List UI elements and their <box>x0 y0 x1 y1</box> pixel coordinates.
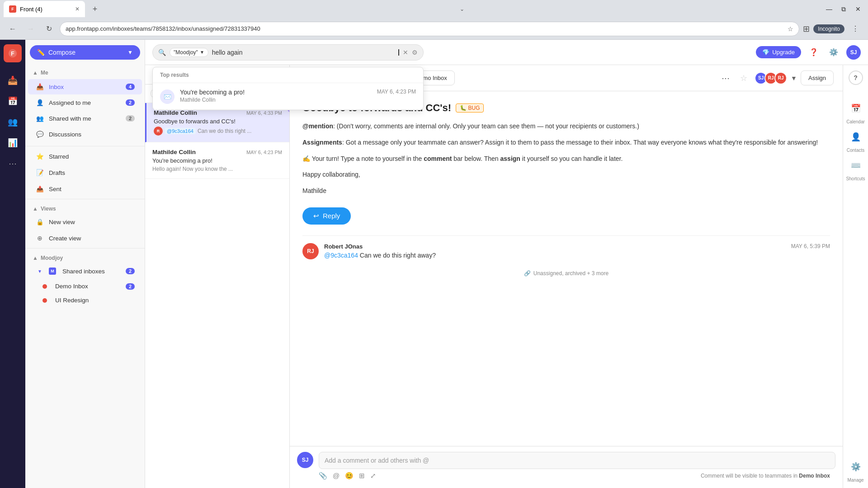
help-button[interactable]: ❓ <box>807 45 821 60</box>
sidebar-item-shared-inboxes[interactable]: ▼ M Shared inboxes 2 <box>28 263 142 279</box>
compose-button[interactable]: ✏️ Compose ▼ <box>30 45 140 60</box>
avatar-rj2: RJ <box>774 72 787 84</box>
message-list-panel: Unassigned Assigned All ▼ Filter <box>145 65 290 488</box>
more-options-button[interactable]: ⋯ <box>718 71 733 85</box>
search-input[interactable] <box>212 49 394 56</box>
nav-calendar-icon[interactable]: 📅 <box>4 92 22 110</box>
ui-redesign-dot <box>42 298 47 303</box>
app-icon-sidebar: F 📥 📅 👥 📊 ⋯ <box>0 40 25 488</box>
tab-close-button[interactable]: ✕ <box>75 6 80 12</box>
search-dropdown: Top results ✉️ You're becoming a pro! Ma… <box>152 67 424 110</box>
message-item[interactable]: Mathilde Collin MAY 6, 4:23 PM You're be… <box>145 142 289 179</box>
nav-contacts-icon[interactable]: 👥 <box>4 113 22 131</box>
back-button[interactable]: ← <box>5 22 20 36</box>
sidebar-item-new-view[interactable]: 🔒 New view <box>28 214 142 230</box>
sidebar-item-ui-redesign[interactable]: UI Redesign <box>28 294 142 307</box>
help-button-sidebar[interactable]: ? <box>849 70 863 85</box>
reply-label: Reply <box>323 212 340 220</box>
sidebar-item-sent[interactable]: 📤 Sent <box>28 181 142 197</box>
nav-more-icon[interactable]: ⋯ <box>4 155 22 173</box>
sidebar-item-shortcuts[interactable]: ⌨️ Shortcuts <box>846 156 865 181</box>
compose-area: ✏️ Compose ▼ <box>25 40 145 65</box>
reply-button[interactable]: ↩ Reply <box>302 207 351 225</box>
search-bar: 🔍 "Moodjoy" ▼ ✕ ⚙ <box>152 44 424 61</box>
upgrade-label: Upgrade <box>772 49 795 56</box>
window-controls: — ⧉ ✕ <box>823 3 864 15</box>
top-bar: 🔍 "Moodjoy" ▼ ✕ ⚙ Top results ✉️ <box>145 40 868 65</box>
browser-menu-button[interactable]: ⋮ <box>848 22 863 36</box>
gif-icon[interactable]: ⊞ <box>359 472 365 480</box>
shared-icon: 👥 <box>35 114 44 123</box>
browser-tab[interactable]: F Front (4) ✕ <box>4 1 85 17</box>
shared-inboxes-label: Shared inboxes <box>62 268 105 275</box>
assigned-label: Assigned to me <box>49 99 91 106</box>
message-item-header: Mathilde Collin MAY 6, 4:33 PM <box>154 109 282 116</box>
search-result-item[interactable]: ✉️ You're becoming a pro! Mathilde Colli… <box>153 83 423 110</box>
drafts-icon: 📝 <box>35 168 44 177</box>
manage-label: Manage <box>847 478 863 483</box>
comment-text: @9c3ca164 Can we do this right away? <box>324 252 830 259</box>
contacts-label: Contacts <box>847 148 864 153</box>
sidebar-item-create-view[interactable]: ⊕ Create view <box>28 230 142 246</box>
message-date: MAY 6, 4:33 PM <box>246 110 282 116</box>
comment-input-footer: 📎 @ 😊 ⊞ ⤢ Comment will be visible to tea… <box>319 469 835 483</box>
shared-inboxes-chevron-icon: ▼ <box>35 267 44 276</box>
moodjoy-label: Moodjoy <box>41 255 63 261</box>
comment-input-field[interactable]: Add a comment or add others with @ <box>319 452 835 469</box>
comment-input-area: SJ Add a comment or add others with @ 📎 … <box>290 446 843 488</box>
search-filter-button[interactable]: ⚙ <box>412 49 418 56</box>
maximize-button[interactable]: ⧉ <box>837 3 850 15</box>
emoji-icon[interactable]: 😊 <box>345 472 354 480</box>
sidebar-item-drafts[interactable]: 📝 Drafts <box>28 165 142 180</box>
message-items-list: Mathilde Collin MAY 6, 4:33 PM Goodbye t… <box>145 103 289 488</box>
address-bar[interactable]: app.frontapp.com/inboxes/teams/7858132/i… <box>60 22 799 36</box>
refresh-button[interactable]: ↻ <box>42 22 56 36</box>
bug-badge: 🐛 BUG <box>456 103 484 113</box>
sidebar-item-contacts[interactable]: 👤 Contacts <box>847 128 865 153</box>
email-right-actions: ⋯ ☆ SJ RJ RJ ▼ Assign <box>718 70 834 85</box>
sidebar-item-calendar[interactable]: 📅 Calendar <box>846 99 865 124</box>
search-scope-badge[interactable]: "Moodjoy" ▼ <box>170 48 208 57</box>
sidebar-item-manage[interactable]: ⚙️ Manage <box>847 458 865 483</box>
attachment-icon[interactable]: 📎 <box>319 472 327 480</box>
mention-icon[interactable]: @ <box>333 472 340 480</box>
moodjoy-section-header[interactable]: ▲ Moodjoy <box>25 250 145 263</box>
minimize-button[interactable]: — <box>823 3 835 15</box>
views-section-header[interactable]: ▲ Views <box>25 201 145 214</box>
search-result-subtitle: Mathilde Collin <box>180 97 372 103</box>
front-logo-icon[interactable]: F <box>4 44 22 62</box>
search-result-content: You're becoming a pro! Mathilde Collin <box>180 89 372 103</box>
me-section-header[interactable]: ▲ Me <box>25 67 145 79</box>
user-avatar[interactable]: SJ <box>846 45 861 60</box>
comment-body-text-2: Can we do this right away? <box>360 252 436 259</box>
message-preview: R @9c3ca164 Can we do this right ... <box>154 127 282 136</box>
demo-inbox-label: Demo Inbox <box>55 283 88 290</box>
sidebar-item-assigned[interactable]: 👤 Assigned to me 2 <box>28 95 142 110</box>
search-clear-button[interactable]: ✕ <box>403 49 408 56</box>
tab-overflow-button[interactable]: ⌄ <box>460 6 464 12</box>
moodjoy-chevron-icon: ▲ <box>33 255 38 261</box>
avatar-dropdown-icon[interactable]: ▼ <box>791 75 797 82</box>
new-tab-button[interactable]: + <box>89 3 101 15</box>
bookmark-icon[interactable]: ☆ <box>788 25 793 33</box>
discussions-icon: 💬 <box>35 130 44 139</box>
expand-icon[interactable]: ⤢ <box>370 472 376 480</box>
extensions-icon[interactable]: ⊞ <box>803 24 810 34</box>
forward-button[interactable]: → <box>24 22 38 36</box>
me-label: Me <box>41 70 48 76</box>
nav-analytics-icon[interactable]: 📊 <box>4 134 22 152</box>
close-window-button[interactable]: ✕ <box>852 3 864 15</box>
nav-home-icon[interactable]: 📥 <box>4 71 22 89</box>
upgrade-button[interactable]: 💎 Upgrade <box>756 46 801 58</box>
manage-icon: ⚙️ <box>847 458 865 476</box>
sidebar-item-starred[interactable]: ⭐ Starred <box>28 149 142 164</box>
sidebar-item-inbox[interactable]: 📥 Inbox 4 <box>28 79 142 94</box>
assign-button[interactable]: Assign <box>801 70 834 85</box>
star-button[interactable]: ☆ <box>736 71 751 85</box>
sidebar-item-discussions[interactable]: 💬 Discussions <box>28 127 142 142</box>
sidebar-item-demo-inbox[interactable]: Demo Inbox 2 <box>28 280 142 293</box>
assignee-avatars: SJ RJ RJ <box>755 72 787 84</box>
demo-inbox-dot <box>42 284 47 289</box>
sidebar-item-shared[interactable]: 👥 Shared with me 2 <box>28 111 142 126</box>
settings-button[interactable]: ⚙️ <box>826 45 841 60</box>
